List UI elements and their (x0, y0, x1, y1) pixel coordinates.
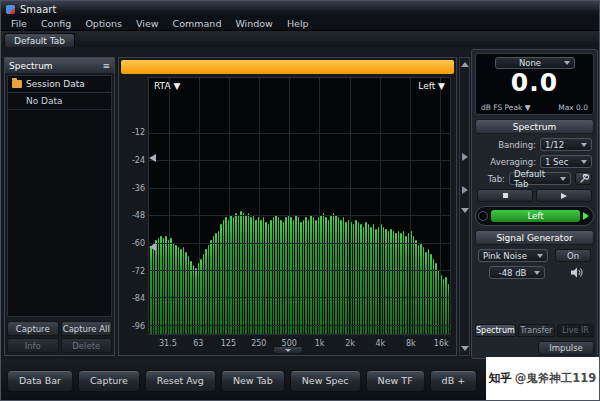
banding-dropdown[interactable]: 1/12 (540, 138, 592, 151)
new-tf-button[interactable]: New TF (366, 370, 425, 392)
spectrum-bar (323, 213, 325, 334)
generator-level-dropdown[interactable]: -48 dB (489, 266, 545, 279)
spectrum-bar (270, 220, 272, 334)
data-bar-button[interactable]: Data Bar (7, 370, 73, 392)
spectrum-bar (375, 229, 377, 334)
title-bar: Smaart (1, 1, 599, 17)
spectrum-bar (283, 222, 285, 334)
spectrum-bar (255, 220, 257, 334)
spectrum-bar (373, 224, 375, 334)
menu-item-view[interactable]: View (129, 18, 166, 29)
spectrum-bar (340, 220, 342, 334)
spectrum-bar (260, 220, 262, 334)
delete-button: Delete (61, 338, 113, 353)
x-axis-label: 500 (282, 339, 297, 348)
chevron-down-icon (581, 143, 587, 147)
tab-default-tab[interactable]: Default Tab (4, 33, 75, 47)
spectrum-bar (263, 217, 265, 334)
spectrum-bar (285, 217, 287, 334)
tab-dropdown[interactable]: Default Tab (509, 172, 571, 185)
scroll-down-icon[interactable] (461, 208, 469, 213)
spectrum-bar (150, 247, 152, 334)
spectrum-bar (310, 215, 312, 334)
spectrum-bar (418, 245, 420, 334)
y-gridline (149, 243, 450, 244)
spectrum-bar (218, 231, 220, 334)
stop-icon (503, 193, 508, 198)
mode-tab-spectrum[interactable]: Spectrum (475, 324, 516, 337)
panel-menu-icon[interactable]: ≡ (102, 61, 110, 71)
scroll-down-icon[interactable] (461, 346, 469, 351)
x-gridline (199, 78, 200, 334)
level-unit-selector[interactable]: dB FS Peak ▼ (481, 103, 531, 112)
spectrum-bar (330, 215, 332, 334)
averaging-dropdown[interactable]: 1 Sec (540, 155, 592, 168)
generator-type-dropdown[interactable]: Pink Noise (478, 249, 548, 262)
menu-item-config[interactable]: Config (34, 18, 78, 29)
spectrum-bars (150, 78, 449, 334)
x-gridline (319, 78, 320, 334)
control-panel: None 0.0 dB FS Peak ▼ Max 0.0 Spectrum B… (471, 49, 598, 359)
mode-tab-transfer[interactable]: Transfer (518, 324, 555, 337)
x-axis-label: 31.5 (159, 339, 177, 348)
signal-warning-banner (121, 60, 454, 74)
spectrum-bar (408, 233, 410, 334)
menu-item-window[interactable]: Window (228, 18, 279, 29)
x-gridline (410, 78, 411, 334)
input-select-knob[interactable] (478, 211, 488, 221)
db-plus-button[interactable]: dB + (430, 370, 478, 392)
capture-toolbar-button[interactable]: Capture (78, 370, 140, 392)
play-button[interactable] (536, 189, 592, 202)
spectrum-bar (420, 243, 422, 334)
spectrum-bar (158, 238, 160, 334)
spectrum-bar (295, 215, 297, 334)
spectrum-bar (388, 231, 390, 334)
spectrum-plot[interactable]: RTA ▼ Left ▼ (148, 77, 451, 335)
capture-button[interactable]: Capture (7, 321, 59, 336)
spectrum-bar (398, 231, 400, 334)
spectrum-bar (203, 254, 205, 334)
impulse-button[interactable]: Impulse (538, 341, 594, 355)
spectrum-bar (273, 217, 275, 334)
x-axis-label: 125 (221, 339, 236, 348)
input-meter-label: Left (528, 211, 544, 221)
plot-type-selector[interactable]: RTA ▼ (154, 81, 180, 91)
generator-on-button[interactable]: On (555, 249, 591, 262)
plot-channel-selector[interactable]: Left ▼ (418, 81, 445, 91)
spectrum-bar (238, 215, 240, 334)
tab-settings-button[interactable] (575, 172, 592, 185)
level-marker-icon[interactable] (149, 154, 156, 162)
chevron-down-icon (534, 271, 540, 275)
menu-item-command[interactable]: Command (166, 18, 229, 29)
menu-item-options[interactable]: Options (78, 18, 129, 29)
spectrum-bar (275, 215, 277, 334)
reset-avg-button[interactable]: Reset Avg (145, 370, 216, 392)
menu-item-file[interactable]: File (4, 18, 34, 29)
stop-button[interactable] (477, 189, 533, 202)
menu-bar: File Config Options View Command Window … (1, 17, 599, 31)
scroll-handle-icon[interactable] (462, 153, 468, 161)
capture-all-button[interactable]: Capture All (61, 321, 113, 336)
spectrum-bar (415, 240, 417, 334)
spectrum-bar (175, 245, 177, 334)
x-gridline (169, 78, 170, 334)
x-gridline (289, 78, 290, 334)
scroll-up-icon[interactable] (461, 62, 469, 67)
input-level-meter[interactable]: Left (475, 206, 594, 226)
y-gridline (149, 160, 450, 161)
tree-item-session-data[interactable]: Session Data (8, 76, 111, 93)
spectrum-bar (403, 231, 405, 334)
level-marker-icon[interactable] (149, 243, 156, 251)
scroll-handle-icon[interactable] (462, 186, 468, 194)
spectrum-bar (185, 252, 187, 334)
new-spec-button[interactable]: New Spec (290, 370, 361, 392)
spectrum-bar (448, 284, 450, 334)
tree-item-no-data[interactable]: No Data (8, 93, 111, 110)
rta-chart-panel: RTA ▼ Left ▼ -12-24-36-48-60-72-84-9631.… (118, 57, 457, 356)
menu-item-help[interactable]: Help (280, 18, 316, 29)
spectrum-bar (205, 249, 207, 334)
spectrum-bar (335, 215, 337, 334)
new-tab-button[interactable]: New Tab (221, 370, 285, 392)
chart-scrollbar[interactable] (459, 57, 470, 356)
y-axis-label: -12 (120, 128, 145, 137)
